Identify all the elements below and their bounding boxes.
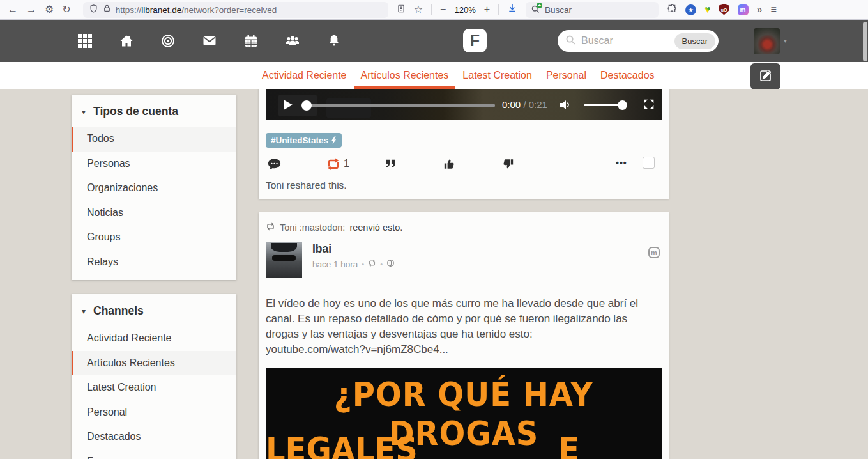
extension-heart-icon[interactable]: ♥ (704, 4, 711, 15)
resharer-name[interactable]: Toni :mastodon: (280, 222, 345, 233)
post-meta: hace 1 hora • • (312, 259, 395, 269)
play-icon[interactable] (280, 97, 295, 115)
tab-articulos-recientes[interactable]: Artículos Recientes (354, 62, 456, 89)
meta-dot: • (380, 260, 383, 268)
download-icon[interactable] (507, 3, 517, 16)
channel-tabs: Actividad Reciente Artículos Recientes L… (255, 62, 662, 89)
search-plus-icon: + (531, 4, 541, 15)
site-navbar: F Buscar ▾ (0, 20, 868, 62)
hamburger-menu-icon[interactable]: ≡ (770, 4, 776, 15)
video-progress-thumb[interactable] (301, 100, 312, 111)
compose-button[interactable] (750, 63, 780, 89)
back-icon[interactable]: ← (8, 4, 18, 15)
home-icon[interactable] (119, 33, 134, 49)
navbar-search-button[interactable]: Buscar (674, 33, 715, 49)
toolbar-divider (498, 4, 499, 15)
messages-envelope-icon[interactable] (202, 33, 217, 49)
post-youtube-link[interactable]: youtube.com/watch?v=nj6mZ8Cbe4... (266, 342, 662, 357)
chevron-down-icon: ▾ (82, 307, 86, 316)
select-post-checkbox[interactable] (643, 157, 655, 169)
extension-mastodon-icon[interactable]: m (738, 4, 749, 15)
toolbar-search[interactable]: + (526, 2, 659, 18)
compose-pencil-icon (758, 68, 773, 86)
gear-icon[interactable]: ⚙ (45, 4, 54, 15)
url-text[interactable]: https://libranet.de/network?order=receiv… (116, 5, 277, 15)
post-card-ibai: Toni :mastodon: reenvió esto. Ibai hace … (259, 212, 669, 459)
fullscreen-icon[interactable] (642, 97, 656, 114)
post-image-drogas[interactable]: ¿POR QUÉ HAY DROGAS LEGALES E ILEGALES? (266, 368, 662, 459)
tab-latest-creation[interactable]: Latest Creation (455, 62, 539, 89)
lock-icon[interactable] (103, 4, 111, 15)
reshare-icon[interactable] (326, 157, 341, 175)
reshare-line: Toni :mastodon: reenvió esto. (266, 212, 662, 233)
reshare-action-text[interactable]: reenvió esto. (349, 222, 402, 233)
thumbs-down-icon[interactable] (501, 157, 515, 174)
page-scrollbar[interactable] (863, 22, 867, 61)
sidebar-section-header[interactable]: ▾ Tipos de cuenta (72, 95, 236, 127)
image-text-line2: LEGALES E ILEGALES? (266, 430, 662, 459)
hashtag-united-states[interactable]: #UnitedStates (266, 133, 342, 148)
forward-icon[interactable]: → (26, 4, 36, 15)
comment-icon[interactable] (267, 157, 282, 174)
groups-people-icon[interactable] (285, 33, 300, 49)
author-row: Ibai hace 1 hora • • m (266, 242, 662, 279)
shield-icon[interactable] (89, 4, 98, 16)
video-player[interactable]: 0:00 / 0:21 (266, 89, 662, 120)
sidebar-item-personas[interactable]: Personas (72, 152, 236, 176)
volume-thumb[interactable] (618, 100, 627, 110)
mastodon-network-icon[interactable]: m (648, 247, 660, 258)
author-avatar[interactable] (266, 242, 302, 278)
sidebar-item-noticias[interactable]: Noticias (72, 201, 236, 226)
quote-icon[interactable] (383, 157, 398, 174)
url-bar[interactable]: https://libranet.de/network?order=receiv… (83, 2, 388, 18)
post-timestamp[interactable]: hace 1 hora (312, 260, 358, 269)
sidebar-item-personal[interactable]: Personal (72, 400, 236, 425)
sidebar-item-for-you[interactable]: For you (72, 449, 236, 459)
more-options-icon[interactable]: ••• (616, 158, 627, 168)
sidebar-item-actividad-reciente[interactable]: Actividad Reciente (72, 326, 236, 351)
author-name[interactable]: Ibai (312, 242, 331, 256)
video-progress-bar[interactable] (305, 104, 495, 107)
navbar-search-input[interactable] (581, 35, 669, 47)
toolbar-divider (431, 4, 432, 15)
sidebar-section-header[interactable]: ▾ Channels (72, 294, 236, 326)
user-avatar[interactable] (754, 28, 780, 54)
sidebar-item-latest-creation[interactable]: Latest Creation (72, 375, 236, 400)
sidebar-item-groups[interactable]: Groups (72, 225, 236, 250)
reload-icon[interactable]: ↻ (62, 4, 70, 15)
notifications-bell-icon[interactable] (326, 33, 342, 49)
community-target-icon[interactable] (160, 33, 176, 49)
overflow-chevrons-icon[interactable]: » (757, 4, 763, 15)
toolbar-search-input[interactable] (545, 5, 634, 15)
post-card-video: 0:00 / 0:21 #UnitedStates (259, 89, 669, 199)
navbar-search[interactable]: Buscar (558, 30, 719, 52)
reader-view-icon[interactable] (397, 4, 406, 16)
navbar-icons (77, 20, 342, 62)
extension-ublock-icon[interactable]: uO (719, 4, 729, 15)
bookmark-star-icon[interactable]: ☆ (414, 4, 423, 15)
puzzle-extensions-icon[interactable] (667, 3, 677, 16)
sidebar-account-types: ▾ Tipos de cuenta Todos Personas Organiz… (72, 95, 236, 280)
sidebar-item-destacados[interactable]: Destacados (72, 424, 236, 449)
search-icon (565, 35, 576, 48)
tab-actividad-reciente[interactable]: Actividad Reciente (255, 62, 354, 89)
zoom-level[interactable]: 120% (454, 5, 475, 15)
thumbs-up-icon[interactable] (442, 157, 457, 174)
sidebar-item-todos[interactable]: Todos (72, 127, 236, 152)
extension-federation-icon[interactable]: ★ (685, 4, 696, 15)
calendar-icon[interactable] (243, 33, 259, 49)
sidebar-item-articulos-recientes[interactable]: Artículos Recientes (72, 351, 236, 376)
apps-grid-icon[interactable] (77, 33, 93, 49)
zoom-in-icon[interactable]: + (484, 4, 490, 15)
avatar-caret-icon[interactable]: ▾ (784, 37, 787, 44)
friendica-logo[interactable]: F (463, 29, 487, 52)
tab-personal[interactable]: Personal (539, 62, 593, 89)
volume-speaker-icon[interactable] (558, 97, 574, 115)
lightning-icon (331, 136, 337, 144)
zoom-out-icon[interactable]: − (440, 4, 446, 15)
post-body-text: El vídeo de hoy es uno de los que más cu… (266, 296, 662, 342)
sidebar-item-relays[interactable]: Relays (72, 250, 236, 275)
tab-destacados[interactable]: Destacados (593, 62, 662, 89)
extensions-row: ★ ♥ uO m » ≡ (667, 3, 777, 16)
sidebar-item-organizaciones[interactable]: Organizaciones (72, 176, 236, 201)
